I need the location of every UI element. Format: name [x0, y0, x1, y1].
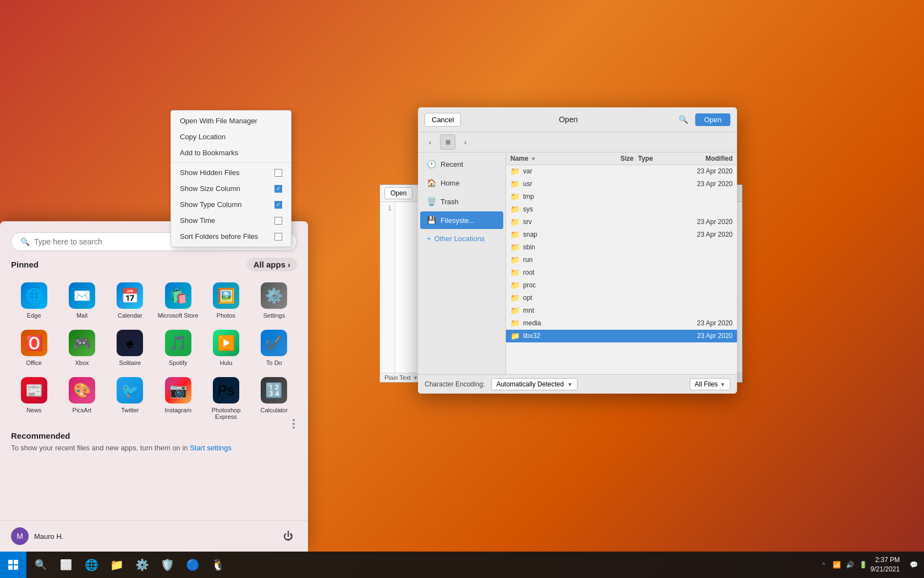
file-name: proc: [523, 281, 601, 289]
dialog-search-button[interactable]: 🔍: [675, 112, 691, 127]
file-name: usr: [523, 180, 601, 188]
tray-chevron[interactable]: ^: [818, 559, 829, 570]
ctx-item-show-type-column[interactable]: Show Type Column✓: [171, 197, 291, 212]
recent-icon: 🕐: [427, 160, 436, 168]
ctx-checkbox: [274, 233, 282, 241]
app-item-hulu[interactable]: ▶️Hulu: [203, 325, 249, 370]
tray-network[interactable]: 📶: [832, 559, 843, 570]
tray-battery[interactable]: 🔋: [858, 559, 869, 570]
file-row[interactable]: 📁 var 23 Apr 2020: [506, 165, 737, 178]
app-item-msstore[interactable]: 🛍️Microsoft Store: [155, 278, 201, 323]
dialog-cancel-button[interactable]: Cancel: [425, 113, 461, 127]
status-format[interactable]: Plain Text ▼: [384, 374, 418, 381]
all-apps-button[interactable]: All apps ›: [247, 258, 297, 271]
settings-icon: ⚙️: [261, 282, 287, 309]
svg-rect-0: [8, 560, 13, 564]
ctx-item-show-hidden-files[interactable]: Show Hidden Files: [171, 165, 291, 181]
start-settings-link[interactable]: Start settings: [190, 444, 232, 452]
line-number: 1: [380, 202, 395, 373]
app-item-mail[interactable]: ✉️Mail: [59, 278, 105, 323]
file-row[interactable]: 📁 libx32 23 Apr 2020: [506, 330, 737, 342]
encoding-dropdown[interactable]: Automatically Detected ▼: [491, 378, 578, 390]
taskbar-edge[interactable]: 🌐: [79, 553, 103, 577]
taskbar-settings[interactable]: ⚙️: [130, 553, 154, 577]
editor-open-button[interactable]: Open: [384, 187, 413, 199]
file-row[interactable]: 📁 root: [506, 266, 737, 279]
taskbar-clock[interactable]: 2:37 PM 9/21/2021: [871, 555, 906, 574]
file-row[interactable]: 📁 opt: [506, 292, 737, 304]
ctx-item-copy-location[interactable]: Copy Location: [171, 129, 291, 145]
file-row[interactable]: 📁 usr 23 Apr 2020: [506, 178, 737, 190]
app-item-news[interactable]: 📰News: [11, 373, 57, 424]
filetype-dropdown[interactable]: All Files ▼: [690, 378, 730, 390]
file-row[interactable]: 📁 sbin: [506, 241, 737, 254]
app-item-edge[interactable]: 🌐Edge: [11, 278, 57, 323]
ctx-item-open-with-file-manager[interactable]: Open With File Manager: [171, 113, 291, 129]
app-item-calendar[interactable]: 📅Calendar: [107, 278, 153, 323]
file-row[interactable]: 📁 proc: [506, 279, 737, 292]
app-item-xbox[interactable]: 🎮Xbox: [59, 325, 105, 370]
app-item-solitaire[interactable]: ♠️Solitaire: [107, 325, 153, 370]
app-item-picsart[interactable]: 🎨PicsArt: [59, 373, 105, 424]
app-item-instagram[interactable]: 📷Instagram: [155, 373, 201, 424]
file-list[interactable]: 📁 var 23 Apr 2020 📁 usr 23 Apr 2020 📁 tm…: [506, 165, 737, 374]
view-grid-button[interactable]: ⊞: [440, 134, 455, 150]
taskbar-browser[interactable]: 🔵: [180, 553, 205, 577]
app-item-twitter[interactable]: 🐦Twitter: [107, 373, 153, 424]
ctx-item-add-to-bookmarks[interactable]: Add to Bookmarks: [171, 145, 291, 161]
nav-forward-button[interactable]: ›: [458, 134, 473, 150]
app-item-todo[interactable]: ✔️To Do: [251, 325, 297, 370]
user-name: Mauro H.: [34, 532, 63, 541]
file-row[interactable]: 📁 snap 23 Apr 2020: [506, 228, 737, 241]
power-button[interactable]: ⏻: [279, 527, 297, 545]
file-name: media: [523, 319, 601, 327]
more-apps-button[interactable]: [290, 417, 297, 431]
taskbar-system-settings[interactable]: 🛡️: [155, 553, 179, 577]
sidebar-add-location[interactable]: + Other Locations: [420, 230, 503, 247]
app-item-settings[interactable]: ⚙️Settings: [251, 278, 297, 323]
col-name-header[interactable]: Name ▼: [510, 155, 601, 162]
settings-taskbar-icon: ⚙️: [135, 558, 149, 571]
notification-center[interactable]: 💬: [908, 559, 919, 570]
start-button[interactable]: [0, 552, 26, 578]
app-item-spotify[interactable]: 🎵Spotify: [155, 325, 201, 370]
col-type-header[interactable]: Type: [634, 155, 678, 162]
file-row[interactable]: 📁 mnt: [506, 304, 737, 317]
nav-back-button[interactable]: ‹: [422, 134, 438, 150]
taskbar-task-view[interactable]: ⬜: [54, 553, 78, 577]
col-modified-header[interactable]: Modified: [678, 155, 733, 162]
edge-label: Edge: [27, 312, 41, 319]
apps-grid: 🌐Edge✉️Mail📅Calendar🛍️Microsoft Store🖼️P…: [11, 278, 297, 424]
folder-icon: 📁: [510, 205, 520, 214]
file-row[interactable]: 📁 tmp: [506, 190, 737, 203]
dialog-open-button[interactable]: Open: [695, 113, 730, 126]
app-item-photoshop[interactable]: PsPhotoshop Express: [203, 373, 249, 424]
ctx-item-show-size-column[interactable]: Show Size Column✓: [171, 181, 291, 197]
ctx-item-sort-folders-before-files[interactable]: Sort Folders before Files: [171, 228, 291, 244]
col-size-header[interactable]: Size: [601, 155, 634, 162]
user-info[interactable]: M Mauro H.: [11, 527, 63, 545]
tray-sound[interactable]: 🔊: [845, 559, 856, 570]
ctx-checkbox: [274, 169, 282, 177]
file-row[interactable]: 📁 sys: [506, 203, 737, 216]
instagram-label: Instagram: [164, 407, 191, 413]
sidebar-item-recent[interactable]: 🕐 Recent: [420, 155, 503, 173]
file-name: root: [523, 269, 601, 276]
file-open-dialog: Cancel Open 🔍 Open ‹ ⊞ › 🕐 Recent 🏠 Home…: [418, 107, 737, 394]
filetype-dropdown-arrow: ▼: [720, 381, 725, 388]
app-item-office[interactable]: 🅾️Office: [11, 325, 57, 370]
sidebar-item-trash[interactable]: 🗑️ Trash: [420, 193, 503, 210]
taskbar-wsl[interactable]: 🐧: [206, 553, 230, 577]
file-row[interactable]: 📁 srv 23 Apr 2020: [506, 216, 737, 228]
file-row[interactable]: 📁 run: [506, 254, 737, 266]
sidebar-item-filesystem[interactable]: 💾 Filesyste...: [420, 211, 503, 229]
app-item-photos[interactable]: 🖼️Photos: [203, 278, 249, 323]
taskbar-search[interactable]: 🔍: [29, 553, 53, 577]
ctx-checkbox: ✓: [274, 201, 282, 209]
file-row[interactable]: 📁 media 23 Apr 2020: [506, 317, 737, 330]
ctx-item-show-time[interactable]: Show Time: [171, 212, 291, 228]
sidebar-item-home[interactable]: 🏠 Home: [420, 174, 503, 192]
taskbar-file-manager[interactable]: 📁: [105, 553, 129, 577]
folder-icon: 📁: [510, 192, 520, 201]
calculator-icon: 🔢: [261, 377, 287, 403]
